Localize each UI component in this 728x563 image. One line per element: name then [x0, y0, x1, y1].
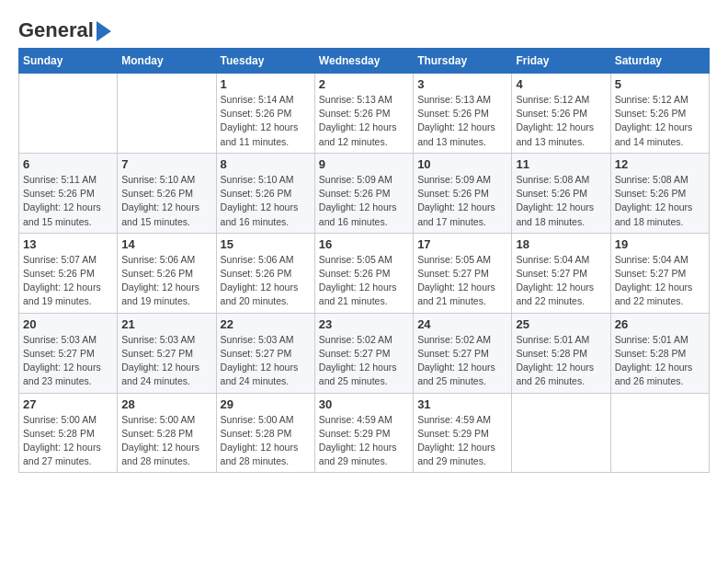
logo-general-text: General — [18, 18, 94, 42]
day-info: Sunrise: 5:09 AM Sunset: 5:26 PM Dayligh… — [417, 173, 507, 229]
day-info: Sunrise: 5:12 AM Sunset: 5:26 PM Dayligh… — [615, 93, 705, 149]
header: General — [18, 18, 710, 39]
day-info: Sunrise: 5:05 AM Sunset: 5:27 PM Dayligh… — [417, 253, 507, 309]
weekday-header-row: SundayMondayTuesdayWednesdayThursdayFrid… — [19, 49, 710, 74]
logo: General — [18, 18, 111, 39]
day-info: Sunrise: 5:06 AM Sunset: 5:26 PM Dayligh… — [121, 253, 211, 309]
day-info: Sunrise: 5:14 AM Sunset: 5:26 PM Dayligh… — [221, 93, 311, 149]
day-number: 23 — [319, 317, 409, 331]
day-number: 21 — [121, 317, 211, 331]
day-number: 22 — [221, 317, 311, 331]
day-info: Sunrise: 5:00 AM Sunset: 5:28 PM Dayligh… — [23, 413, 113, 469]
day-cell-16: 16Sunrise: 5:05 AM Sunset: 5:26 PM Dayli… — [314, 233, 413, 313]
week-row-5: 27Sunrise: 5:00 AM Sunset: 5:28 PM Dayli… — [19, 393, 710, 473]
day-number: 16 — [319, 237, 409, 251]
weekday-header-tuesday: Tuesday — [216, 49, 314, 74]
day-info: Sunrise: 5:03 AM Sunset: 5:27 PM Dayligh… — [23, 333, 113, 389]
day-cell-12: 12Sunrise: 5:08 AM Sunset: 5:26 PM Dayli… — [610, 153, 709, 233]
day-number: 4 — [516, 77, 606, 91]
day-info: Sunrise: 5:06 AM Sunset: 5:26 PM Dayligh… — [221, 253, 311, 309]
day-number: 28 — [121, 397, 211, 411]
day-number: 20 — [23, 317, 113, 331]
day-cell-23: 23Sunrise: 5:02 AM Sunset: 5:27 PM Dayli… — [314, 313, 413, 393]
day-cell-26: 26Sunrise: 5:01 AM Sunset: 5:28 PM Dayli… — [610, 313, 709, 393]
day-info: Sunrise: 5:02 AM Sunset: 5:27 PM Dayligh… — [319, 333, 409, 389]
day-info: Sunrise: 5:03 AM Sunset: 5:27 PM Dayligh… — [221, 333, 311, 389]
day-cell-25: 25Sunrise: 5:01 AM Sunset: 5:28 PM Dayli… — [512, 313, 610, 393]
day-number: 1 — [221, 77, 311, 91]
day-info: Sunrise: 5:13 AM Sunset: 5:26 PM Dayligh… — [417, 93, 507, 149]
day-cell-28: 28Sunrise: 5:00 AM Sunset: 5:28 PM Dayli… — [118, 393, 216, 473]
day-number: 29 — [221, 397, 311, 411]
day-number: 30 — [319, 397, 409, 411]
day-number: 3 — [417, 77, 507, 91]
day-number: 13 — [23, 237, 113, 251]
day-number: 19 — [615, 237, 705, 251]
day-number: 12 — [615, 157, 705, 171]
day-number: 17 — [417, 237, 507, 251]
day-number: 18 — [516, 237, 606, 251]
day-info: Sunrise: 5:10 AM Sunset: 5:26 PM Dayligh… — [221, 173, 311, 229]
day-info: Sunrise: 5:13 AM Sunset: 5:26 PM Dayligh… — [319, 93, 409, 149]
empty-cell — [118, 74, 216, 154]
day-cell-3: 3Sunrise: 5:13 AM Sunset: 5:26 PM Daylig… — [414, 74, 512, 154]
day-cell-9: 9Sunrise: 5:09 AM Sunset: 5:26 PM Daylig… — [314, 153, 413, 233]
day-info: Sunrise: 5:05 AM Sunset: 5:26 PM Dayligh… — [319, 253, 409, 309]
day-number: 2 — [319, 77, 409, 91]
day-info: Sunrise: 4:59 AM Sunset: 5:29 PM Dayligh… — [319, 413, 409, 469]
empty-cell — [512, 393, 610, 473]
empty-cell — [19, 74, 118, 154]
weekday-header-sunday: Sunday — [19, 49, 118, 74]
day-info: Sunrise: 5:10 AM Sunset: 5:26 PM Dayligh… — [121, 173, 211, 229]
day-info: Sunrise: 5:04 AM Sunset: 5:27 PM Dayligh… — [615, 253, 705, 309]
day-info: Sunrise: 5:11 AM Sunset: 5:26 PM Dayligh… — [23, 173, 113, 229]
day-number: 9 — [319, 157, 409, 171]
day-cell-1: 1Sunrise: 5:14 AM Sunset: 5:26 PM Daylig… — [216, 74, 314, 154]
day-number: 15 — [221, 237, 311, 251]
day-cell-6: 6Sunrise: 5:11 AM Sunset: 5:26 PM Daylig… — [19, 153, 118, 233]
day-number: 11 — [516, 157, 606, 171]
day-number: 14 — [121, 237, 211, 251]
day-info: Sunrise: 5:01 AM Sunset: 5:28 PM Dayligh… — [516, 333, 606, 389]
day-info: Sunrise: 5:04 AM Sunset: 5:27 PM Dayligh… — [516, 253, 606, 309]
weekday-header-saturday: Saturday — [610, 49, 709, 74]
day-cell-20: 20Sunrise: 5:03 AM Sunset: 5:27 PM Dayli… — [19, 313, 118, 393]
day-cell-17: 17Sunrise: 5:05 AM Sunset: 5:27 PM Dayli… — [414, 233, 512, 313]
day-cell-22: 22Sunrise: 5:03 AM Sunset: 5:27 PM Dayli… — [216, 313, 314, 393]
day-cell-7: 7Sunrise: 5:10 AM Sunset: 5:26 PM Daylig… — [118, 153, 216, 233]
day-cell-18: 18Sunrise: 5:04 AM Sunset: 5:27 PM Dayli… — [512, 233, 610, 313]
day-info: Sunrise: 5:07 AM Sunset: 5:26 PM Dayligh… — [23, 253, 113, 309]
day-number: 25 — [516, 317, 606, 331]
day-cell-4: 4Sunrise: 5:12 AM Sunset: 5:26 PM Daylig… — [512, 74, 610, 154]
day-number: 7 — [121, 157, 211, 171]
weekday-header-friday: Friday — [512, 49, 610, 74]
day-cell-8: 8Sunrise: 5:10 AM Sunset: 5:26 PM Daylig… — [216, 153, 314, 233]
day-cell-13: 13Sunrise: 5:07 AM Sunset: 5:26 PM Dayli… — [19, 233, 118, 313]
day-cell-27: 27Sunrise: 5:00 AM Sunset: 5:28 PM Dayli… — [19, 393, 118, 473]
day-cell-24: 24Sunrise: 5:02 AM Sunset: 5:27 PM Dayli… — [414, 313, 512, 393]
day-info: Sunrise: 4:59 AM Sunset: 5:29 PM Dayligh… — [417, 413, 507, 469]
day-cell-11: 11Sunrise: 5:08 AM Sunset: 5:26 PM Dayli… — [512, 153, 610, 233]
day-cell-15: 15Sunrise: 5:06 AM Sunset: 5:26 PM Dayli… — [216, 233, 314, 313]
day-info: Sunrise: 5:12 AM Sunset: 5:26 PM Dayligh… — [516, 93, 606, 149]
day-cell-30: 30Sunrise: 4:59 AM Sunset: 5:29 PM Dayli… — [314, 393, 413, 473]
day-number: 27 — [23, 397, 113, 411]
day-cell-14: 14Sunrise: 5:06 AM Sunset: 5:26 PM Dayli… — [118, 233, 216, 313]
day-info: Sunrise: 5:09 AM Sunset: 5:26 PM Dayligh… — [319, 173, 409, 229]
day-number: 8 — [221, 157, 311, 171]
day-info: Sunrise: 5:01 AM Sunset: 5:28 PM Dayligh… — [615, 333, 705, 389]
day-cell-2: 2Sunrise: 5:13 AM Sunset: 5:26 PM Daylig… — [314, 74, 413, 154]
day-cell-21: 21Sunrise: 5:03 AM Sunset: 5:27 PM Dayli… — [118, 313, 216, 393]
weekday-header-wednesday: Wednesday — [314, 49, 413, 74]
day-cell-19: 19Sunrise: 5:04 AM Sunset: 5:27 PM Dayli… — [610, 233, 709, 313]
week-row-4: 20Sunrise: 5:03 AM Sunset: 5:27 PM Dayli… — [19, 313, 710, 393]
day-cell-29: 29Sunrise: 5:00 AM Sunset: 5:28 PM Dayli… — [216, 393, 314, 473]
day-number: 6 — [23, 157, 113, 171]
empty-cell — [610, 393, 709, 473]
day-info: Sunrise: 5:08 AM Sunset: 5:26 PM Dayligh… — [615, 173, 705, 229]
week-row-1: 1Sunrise: 5:14 AM Sunset: 5:26 PM Daylig… — [19, 74, 710, 154]
weekday-header-thursday: Thursday — [414, 49, 512, 74]
day-number: 24 — [417, 317, 507, 331]
logo-arrow-icon — [97, 21, 111, 41]
day-number: 5 — [615, 77, 705, 91]
